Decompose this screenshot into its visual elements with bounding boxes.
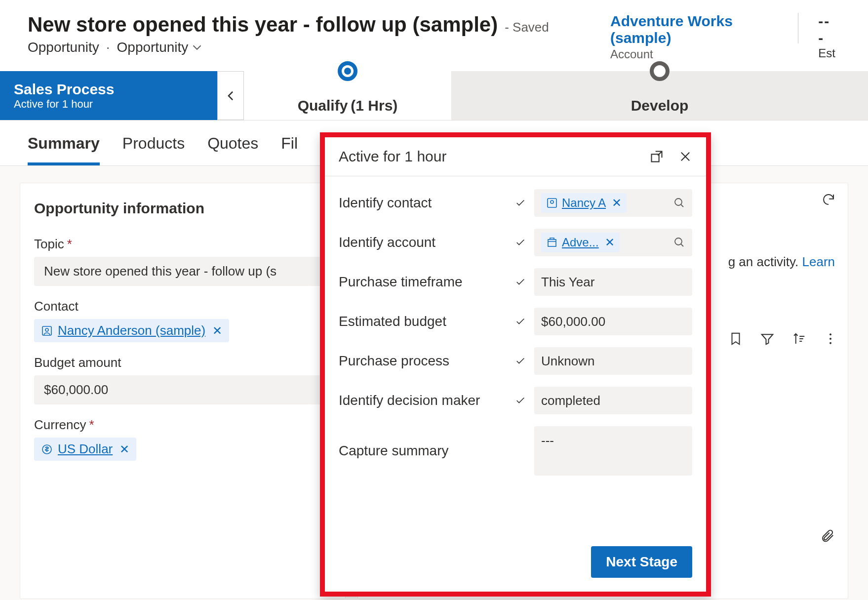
stage-active-indicator-icon xyxy=(338,61,357,81)
check-icon xyxy=(513,237,527,248)
field-label: Budget amount xyxy=(34,355,121,370)
bookmark-icon[interactable] xyxy=(728,331,743,346)
estimated-budget-input[interactable]: $60,000.00 xyxy=(534,308,692,335)
bpf-stage-develop[interactable]: Develop xyxy=(451,71,868,120)
header-separator xyxy=(798,13,798,43)
svg-point-5 xyxy=(829,342,831,344)
decision-maker-input[interactable]: completed xyxy=(534,387,692,414)
tab-files-truncated[interactable]: Fil xyxy=(281,134,298,165)
business-process-flow: Sales Process Active for 1 hour Qualify … xyxy=(0,71,868,120)
contact-chip-link[interactable]: Nancy A xyxy=(562,196,606,210)
svg-point-4 xyxy=(829,338,831,340)
flyout-row-capture-summary: Capture summary --- xyxy=(339,426,692,476)
svg-point-8 xyxy=(551,200,553,203)
flyout-field-label: Purchase timeframe xyxy=(339,274,507,290)
currency-remove-button[interactable]: ✕ xyxy=(119,442,129,456)
refresh-icon[interactable] xyxy=(821,192,836,207)
close-icon[interactable] xyxy=(678,150,692,163)
currency-link[interactable]: US Dollar xyxy=(58,441,113,457)
bpf-collapse-button[interactable] xyxy=(217,71,244,120)
flyout-body: Identify contact Nancy A ✕ Identify acco… xyxy=(325,176,706,536)
tab-quotes[interactable]: Quotes xyxy=(207,134,258,165)
contact-icon xyxy=(546,197,558,209)
flyout-row-estimated-budget: Estimated budget $60,000.00 xyxy=(339,308,692,335)
breadcrumb-separator: · xyxy=(106,40,110,55)
search-icon[interactable] xyxy=(673,197,685,209)
header-account-label: Account xyxy=(610,47,778,61)
svg-rect-10 xyxy=(548,240,556,246)
flyout-title: Active for 1 hour xyxy=(339,148,446,165)
section-title: Opportunity information xyxy=(34,200,331,217)
field-label: Currency xyxy=(34,417,86,433)
search-icon[interactable] xyxy=(673,237,685,248)
account-chip[interactable]: Adve... ✕ xyxy=(541,233,620,252)
svg-rect-0 xyxy=(42,326,51,335)
budget-input[interactable]: $60,000.00 xyxy=(34,375,331,404)
svg-point-3 xyxy=(829,333,831,335)
flyout-field-label: Identify contact xyxy=(339,195,507,211)
account-chip-link[interactable]: Adve... xyxy=(562,236,599,249)
flyout-field-label: Capture summary xyxy=(339,443,507,459)
required-indicator: * xyxy=(89,417,94,433)
flyout-row-identify-contact: Identify contact Nancy A ✕ xyxy=(339,189,692,217)
saved-status: - Saved xyxy=(505,20,549,35)
tab-products[interactable]: Products xyxy=(122,134,185,165)
check-icon xyxy=(513,277,527,287)
hint-suffix: an activity. xyxy=(739,254,798,269)
purchase-timeframe-input[interactable]: This Year xyxy=(534,268,692,296)
attachment-icon[interactable] xyxy=(820,527,835,544)
record-header: New store opened this year - follow up (… xyxy=(0,0,868,65)
flyout-row-purchase-process: Purchase process Unknown xyxy=(339,347,692,375)
flyout-row-identify-account: Identify account Adve... ✕ xyxy=(339,229,692,256)
form-selector-label: Opportunity xyxy=(117,40,189,55)
learn-link[interactable]: Learn xyxy=(802,254,835,269)
chip-remove-button[interactable]: ✕ xyxy=(605,236,615,249)
stage-flyout: Active for 1 hour Identify contact Nancy… xyxy=(320,132,711,597)
field-label: Topic xyxy=(34,237,64,252)
tab-summary[interactable]: Summary xyxy=(28,134,100,165)
svg-rect-7 xyxy=(548,199,556,207)
header-account-link[interactable]: Adventure Works (sample) xyxy=(610,13,733,46)
more-icon[interactable] xyxy=(823,331,838,346)
bpf-name: Sales Process xyxy=(14,81,203,98)
page-title: New store opened this year - follow up (… xyxy=(28,13,498,37)
currency-lookup-chip[interactable]: US Dollar ✕ xyxy=(34,438,136,461)
field-topic: Topic * New store opened this year - fol… xyxy=(34,237,331,286)
purchase-process-input[interactable]: Unknown xyxy=(534,347,692,375)
check-icon xyxy=(513,316,527,327)
breadcrumb-entity: Opportunity xyxy=(28,40,99,55)
field-currency: Currency * US Dollar ✕ xyxy=(34,417,331,461)
topic-input[interactable]: New store opened this year - follow up (… xyxy=(34,257,331,286)
identify-contact-input[interactable]: Nancy A ✕ xyxy=(534,189,692,217)
contact-link[interactable]: Nancy Anderson (sample) xyxy=(58,323,205,338)
bpf-stage-qualify[interactable]: Qualify (1 Hrs) xyxy=(244,71,451,120)
flyout-field-label: Identify decision maker xyxy=(339,393,507,408)
hint-truncated-prefix: g xyxy=(728,254,739,269)
stage-inactive-indicator-icon xyxy=(650,61,670,81)
identify-account-input[interactable]: Adve... ✕ xyxy=(534,229,692,256)
svg-point-1 xyxy=(45,328,48,331)
contact-chip[interactable]: Nancy A ✕ xyxy=(541,193,627,213)
filter-icon[interactable] xyxy=(760,331,775,346)
stage-label: Qualify xyxy=(298,97,348,114)
next-stage-button[interactable]: Next Stage xyxy=(591,546,692,578)
capture-summary-input[interactable]: --- xyxy=(534,426,692,476)
chip-remove-button[interactable]: ✕ xyxy=(612,196,622,210)
stage-duration: (1 Hrs) xyxy=(351,97,397,114)
chevron-down-icon xyxy=(192,42,202,52)
account-icon xyxy=(546,237,558,248)
bpf-duration: Active for 1 hour xyxy=(14,98,203,111)
required-indicator: * xyxy=(67,237,72,252)
dock-icon[interactable] xyxy=(650,150,664,163)
flyout-header: Active for 1 hour xyxy=(325,137,706,176)
contact-icon xyxy=(41,325,53,337)
check-icon xyxy=(513,356,527,366)
sort-icon[interactable] xyxy=(791,331,806,346)
field-contact: Contact Nancy Anderson (sample) ✕ xyxy=(34,299,331,342)
contact-remove-button[interactable]: ✕ xyxy=(212,324,222,338)
form-selector[interactable]: Opportunity xyxy=(117,40,202,55)
bpf-name-block[interactable]: Sales Process Active for 1 hour xyxy=(0,71,217,120)
contact-lookup-chip[interactable]: Nancy Anderson (sample) ✕ xyxy=(34,319,229,342)
svg-point-11 xyxy=(675,238,682,245)
check-icon xyxy=(513,395,527,406)
